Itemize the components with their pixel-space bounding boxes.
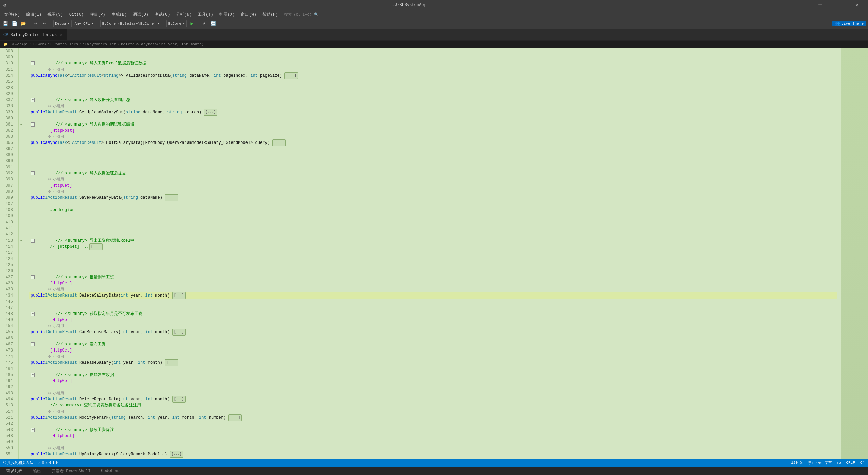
fold-icon[interactable]: − [31, 342, 35, 346]
line-number: 407 [0, 201, 16, 207]
code-editor[interactable]: 3083093103113143153283293373383393603613… [0, 48, 868, 459]
panel-tab-output[interactable]: 输出 [30, 467, 44, 475]
toolbar-run[interactable]: ▶ [188, 20, 196, 27]
fold-button[interactable]: − [19, 274, 24, 280]
gutter-empty [19, 176, 24, 183]
line-number: 513 [0, 402, 16, 408]
fold-icon[interactable]: − [31, 239, 35, 243]
fold-icon[interactable]: − [31, 275, 35, 279]
panel-tab-powershell[interactable]: 开发者 PowerShell [49, 467, 93, 475]
fold-icon[interactable]: − [31, 98, 35, 102]
titlebar: ⚙ JJ·BLSystemApp ─ □ ✕ [0, 0, 868, 10]
menu-project[interactable]: 项目(P) [87, 11, 108, 18]
code-content[interactable]: − /// <summary> 导入工资Excel数据后验证数据 0 小引用 p… [25, 48, 841, 459]
status-language[interactable]: C# [860, 460, 865, 466]
close-button[interactable]: ✕ [849, 0, 865, 10]
menu-test[interactable]: 测试(G) [152, 11, 173, 18]
status-errors[interactable]: ✕ 0 ⚠ 0 ℹ 0 [38, 461, 58, 465]
menu-build[interactable]: 生成(B) [109, 11, 130, 18]
gutter-empty [19, 54, 24, 60]
line-number: 366 [0, 140, 16, 146]
line-number: 314 [0, 73, 16, 79]
fold-button[interactable]: − [19, 311, 24, 317]
line-number: 328 [0, 85, 16, 91]
code-line: 0 小引用 [29, 176, 837, 183]
cpu-config-dropdown[interactable]: Any CPU ▾ [73, 20, 96, 27]
gutter-empty [19, 244, 24, 250]
gutter-empty [19, 115, 24, 121]
toolbar-save[interactable]: 💾 [2, 20, 9, 27]
menu-window[interactable]: 窗口(W) [238, 11, 259, 18]
project-dropdown[interactable]: BLCore (BLSalary\BLCore) ▾ [100, 20, 161, 27]
collapsed-block[interactable]: [...] [165, 359, 178, 366]
fold-button[interactable]: − [19, 427, 24, 433]
collapsed-block[interactable]: [...] [284, 72, 298, 79]
code-line: 0 小引用 [29, 103, 837, 109]
status-encoding[interactable]: CRLF [846, 460, 855, 466]
menu-extensions[interactable]: 扩展(X) [217, 11, 238, 18]
debug-config-dropdown[interactable]: Debug ▾ [53, 20, 72, 27]
fold-button[interactable]: − [19, 238, 24, 244]
zoom-label: 120 % [791, 461, 802, 465]
menu-help[interactable]: 帮助(H) [260, 11, 281, 18]
warning-count: 0 [49, 461, 52, 465]
ref-count: 0 小引用 [31, 103, 64, 109]
fold-button[interactable]: − [19, 372, 24, 378]
toolbar-undo[interactable]: ↩ [32, 20, 39, 27]
breadcrumb-method: DeleteSalaryData(int year, int month) [121, 42, 204, 46]
toolbar-open[interactable]: 📂 [19, 20, 27, 27]
collapsed-block[interactable]: [...] [272, 139, 286, 146]
collapsed-block[interactable]: [...] [165, 194, 178, 201]
fold-button[interactable]: − [19, 121, 24, 128]
panel-tab-codelens[interactable]: CodeLens [98, 467, 123, 475]
tab-close[interactable]: ✕ [59, 32, 64, 38]
fold-icon[interactable]: − [31, 373, 35, 377]
toolbar-attach[interactable]: ⚡ [201, 20, 208, 27]
line-number: 447 [0, 305, 16, 311]
menu-view[interactable]: 视图(V) [45, 11, 66, 18]
menu-debug[interactable]: 调试(D) [130, 11, 151, 18]
collapsed-block[interactable]: [...] [172, 292, 186, 299]
menu-analyze[interactable]: 分析(N) [173, 11, 194, 18]
panel-tab-errors[interactable]: 错误列表 [3, 467, 25, 475]
liveshare-button[interactable]: 👥 Live Share [832, 21, 866, 26]
collapsed-block[interactable]: [...] [172, 396, 186, 403]
maximize-button[interactable]: □ [831, 0, 846, 10]
fold-icon[interactable]: − [31, 428, 35, 432]
tab-salarycontroller[interactable]: C# SalaryController.cs ✕ [0, 28, 67, 40]
collapsed-block[interactable]: [...] [228, 414, 242, 421]
minimize-button[interactable]: ─ [812, 0, 828, 10]
ref-count: 0 小引用 [31, 134, 64, 140]
status-zoom[interactable]: 120 % [791, 460, 802, 466]
menu-git[interactable]: Git(G) [66, 12, 86, 18]
fold-icon[interactable]: − [31, 61, 35, 65]
line-number: 549 [0, 439, 16, 445]
fold-button[interactable]: − [19, 60, 24, 66]
toolbar-redo[interactable]: ↪ [41, 20, 48, 27]
collapsed-block[interactable]: [...] [172, 329, 186, 336]
menu-tools[interactable]: 工具(T) [195, 11, 216, 18]
menu-edit[interactable]: 编辑(E) [23, 11, 44, 18]
code-line: − /// <summary> 导入数据分页查询汇总 [29, 97, 837, 103]
collapsed-block[interactable]: [...] [204, 109, 217, 116]
fold-icon[interactable]: − [31, 312, 35, 316]
tabbar: C# SalaryController.cs ✕ [0, 29, 868, 41]
line-number: 466 [0, 335, 16, 341]
collapsed-block[interactable]: [...] [89, 243, 103, 250]
toolbar-reload[interactable]: 🔄 [210, 20, 217, 27]
fold-button[interactable]: − [19, 170, 24, 176]
line-number: 425 [0, 262, 16, 268]
target-dropdown[interactable]: BLCore ▾ [166, 20, 187, 27]
code-line: public IActionResult DeleteReportData(in… [29, 396, 837, 402]
collapsed-block[interactable]: [...] [170, 451, 183, 458]
status-branch[interactable]: ⑆ 共找到相关方法 [3, 460, 33, 466]
gutter-empty [19, 268, 24, 274]
menu-file[interactable]: 文件(F) [2, 11, 23, 18]
toolbar-new[interactable]: 📄 [11, 20, 18, 27]
fold-button[interactable]: − [19, 97, 24, 103]
status-position[interactable]: 行: 440 字节: 13 [807, 460, 841, 466]
fold-icon[interactable]: − [31, 171, 35, 175]
menu-search[interactable]: 搜索 (Ctrl+Q) 🔍 [281, 11, 321, 18]
fold-button[interactable]: − [19, 341, 24, 347]
fold-icon[interactable]: − [31, 122, 35, 127]
